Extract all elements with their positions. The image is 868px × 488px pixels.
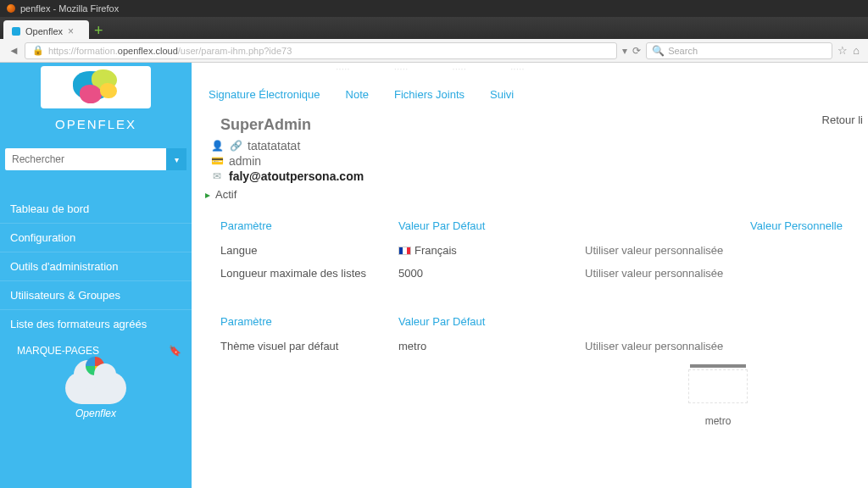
theme-preview-name: metro [585, 415, 851, 427]
main-content: ···················· Signature Électroni… [192, 63, 868, 488]
new-tab-button[interactable]: + [94, 25, 108, 39]
param-name: Longueur maximale des listes [220, 262, 398, 285]
sidebar-item-configuration[interactable]: Configuration [0, 223, 192, 252]
user-login: admin [229, 154, 261, 168]
param-name: Langue [220, 239, 398, 262]
close-icon[interactable]: × [68, 25, 74, 37]
user-name: tatatatatat [248, 139, 300, 152]
brand-title: OPENFLEX [0, 117, 192, 131]
flag-fr-icon [398, 247, 411, 255]
user-title: SuperAdmin [220, 116, 846, 134]
param-default: 5000 [398, 262, 585, 285]
url-prefix: https://formation. [48, 46, 118, 56]
param-name: Thème visuel par défaut [220, 335, 398, 432]
window-title: penflex - Mozilla Firefox [20, 3, 119, 14]
sidebar-search-input[interactable] [5, 148, 186, 170]
use-custom-checkbox[interactable]: Utiliser valeur personnalisée metro [585, 335, 851, 432]
user-status: Actif [215, 188, 236, 201]
browser-tab[interactable]: Openflex × [3, 20, 89, 39]
sidebar-widget: Openflex [0, 363, 192, 426]
dropdown-icon[interactable]: ▾ [622, 45, 627, 57]
param-row-list-length: Longueur maximale des listes 5000 Utilis… [220, 262, 851, 285]
widget-name: Openflex [0, 408, 192, 419]
person-icon: 👤 [210, 140, 224, 152]
col-header-default: Valeur Par Défaut [398, 307, 585, 335]
reload-icon[interactable]: ⟳ [632, 45, 641, 57]
param-row-langue: Langue Français Utiliser valeur personna… [220, 239, 851, 262]
active-flag-icon: ▸ [205, 189, 210, 201]
bookmark-icon: 🔖 [169, 345, 181, 357]
tab-favicon [12, 27, 20, 36]
url-controls: ▾ ⟳ [622, 45, 641, 57]
theme-preview[interactable]: metro [585, 364, 851, 427]
bookmark-star-icon[interactable]: ☆ [837, 44, 848, 57]
sidebar-item-trainers[interactable]: Liste des formateurs agréés [0, 309, 192, 338]
mail-icon: ✉ [210, 170, 224, 182]
col-header-personal: Valeur Personnelle [585, 211, 851, 239]
bookmarks-label: MARQUE-PAGES [17, 345, 99, 357]
card-icon: 💳 [210, 155, 224, 167]
tab-tracking[interactable]: Suivi [490, 88, 514, 101]
search-placeholder: Search [668, 46, 698, 56]
col-header-default: Valeur Par Défaut [398, 211, 585, 239]
user-summary: SuperAdmin 👤 🔗 tatatatatat 💳 admin ✉ fal… [192, 111, 868, 208]
cloud-icon [65, 372, 126, 404]
tab-files[interactable]: Fichiers Joints [394, 88, 465, 101]
firefox-icon [7, 4, 15, 13]
back-icon[interactable]: ◄ [8, 44, 19, 57]
user-email: faly@atoutpersona.com [229, 169, 364, 183]
browser-toolbar: ◄ 🔒 https://formation.openflex.cloud/use… [0, 39, 868, 63]
top-tabs-faded: ···················· [192, 63, 868, 81]
os-titlebar: penflex - Mozilla Firefox [0, 0, 868, 17]
sidebar-item-users-groups[interactable]: Utilisateurs & Groupes [0, 280, 192, 309]
back-link[interactable]: Retour li [822, 114, 863, 126]
url-host: openflex.cloud [118, 46, 178, 56]
brand-logo [41, 66, 151, 108]
sidebar-item-admin-tools[interactable]: Outils d'administration [0, 252, 192, 280]
search-icon: 🔍 [652, 45, 665, 57]
url-bar[interactable]: 🔒 https://formation.openflex.cloud/user/… [25, 42, 617, 59]
params-section-1: Paramètre Valeur Par Défaut Valeur Perso… [192, 208, 868, 432]
use-custom-checkbox[interactable]: Utiliser valeur personnalisée [585, 262, 851, 285]
url-suffix: /user/param-ihm.php?ide73 [178, 46, 292, 56]
lock-icon: 🔒 [32, 45, 44, 56]
home-icon[interactable]: ⌂ [853, 44, 860, 57]
param-default: metro [398, 335, 585, 432]
browser-tabstrip: Openflex × + [0, 17, 868, 39]
sub-tabs: Signature Électronique Note Fichiers Joi… [192, 81, 868, 111]
col-header-param: Paramètre [220, 211, 398, 239]
tab-title: Openflex [25, 26, 63, 36]
param-row-theme: Thème visuel par défaut metro Utiliser v… [220, 335, 851, 432]
sidebar-item-dashboard[interactable]: Tableau de bord [0, 187, 192, 223]
link-icon: 🔗 [229, 140, 242, 152]
use-custom-checkbox[interactable]: Utiliser valeur personnalisée [585, 239, 851, 262]
sidebar-search-button[interactable]: ▾ [166, 148, 186, 170]
search-bar[interactable]: 🔍 Search [646, 42, 832, 59]
tab-note[interactable]: Note [346, 88, 369, 101]
param-default: Français [398, 239, 585, 262]
tab-signature[interactable]: Signature Électronique [209, 88, 320, 101]
col-header-param: Paramètre [220, 307, 398, 335]
sidebar: OPENFLEX ▾ Tableau de bord Configuration… [0, 63, 192, 488]
